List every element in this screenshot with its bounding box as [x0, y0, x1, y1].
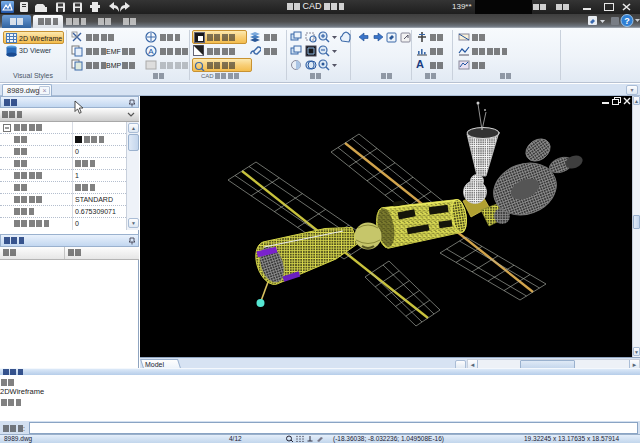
- svg-text:A: A: [148, 47, 154, 56]
- svg-text:?: ?: [624, 16, 630, 26]
